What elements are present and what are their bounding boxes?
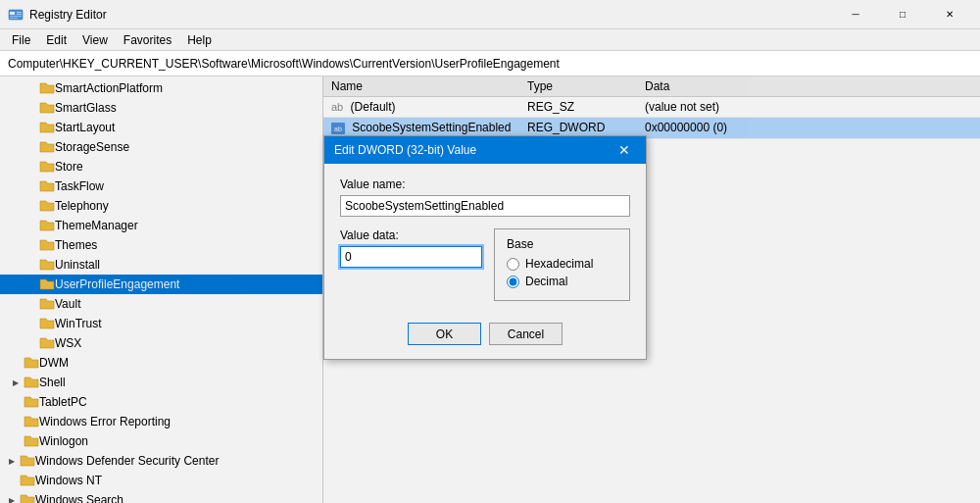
menu-bar: File Edit View Favorites Help bbox=[0, 29, 980, 51]
close-button[interactable]: ✕ bbox=[927, 0, 972, 29]
title-bar-controls: ─ □ ✕ bbox=[833, 0, 972, 29]
address-bar: Computer\HKEY_CURRENT_USER\Software\Micr… bbox=[0, 51, 980, 76]
menu-edit[interactable]: Edit bbox=[38, 29, 74, 50]
svg-rect-4 bbox=[10, 16, 22, 17]
dialog-row: Value data: Base Hexadecimal Decimal bbox=[340, 228, 630, 301]
value-name-input[interactable] bbox=[340, 195, 630, 217]
address-path: Computer\HKEY_CURRENT_USER\Software\Micr… bbox=[8, 57, 560, 71]
app-icon bbox=[8, 7, 24, 23]
menu-view[interactable]: View bbox=[74, 29, 116, 50]
minimize-button[interactable]: ─ bbox=[833, 0, 878, 29]
ok-button[interactable]: OK bbox=[408, 323, 481, 345]
title-bar: Registry Editor ─ □ ✕ bbox=[0, 0, 980, 29]
dialog-title-text: Edit DWORD (32-bit) Value bbox=[334, 143, 612, 157]
dialog-close-button[interactable]: ✕ bbox=[612, 138, 636, 162]
edit-dword-dialog: Edit DWORD (32-bit) Value ✕ Value name: … bbox=[323, 135, 647, 360]
svg-rect-3 bbox=[17, 14, 22, 15]
value-data-section: Value data: bbox=[340, 228, 482, 268]
menu-file[interactable]: File bbox=[4, 29, 38, 50]
value-data-input[interactable] bbox=[340, 246, 482, 268]
title-bar-text: Registry Editor bbox=[29, 8, 833, 22]
svg-rect-1 bbox=[10, 12, 15, 15]
value-data-label: Value data: bbox=[340, 228, 482, 242]
dialog-body: Value name: Value data: Base Hexadecimal… bbox=[324, 164, 646, 315]
value-name-label: Value name: bbox=[340, 177, 630, 191]
radio-dec-label: Decimal bbox=[525, 275, 567, 288]
maximize-button[interactable]: □ bbox=[880, 0, 925, 29]
radio-dec-input[interactable] bbox=[507, 276, 519, 288]
dialog-buttons: OK Cancel bbox=[324, 315, 646, 359]
radio-decimal[interactable]: Decimal bbox=[507, 275, 617, 288]
radio-hex-label: Hexadecimal bbox=[525, 257, 593, 271]
radio-hex-input[interactable] bbox=[507, 258, 519, 271]
svg-rect-2 bbox=[17, 12, 22, 13]
modal-overlay: Edit DWORD (32-bit) Value ✕ Value name: … bbox=[0, 76, 980, 503]
base-section: Base Hexadecimal Decimal bbox=[494, 228, 630, 301]
base-label: Base bbox=[507, 237, 617, 251]
menu-help[interactable]: Help bbox=[179, 29, 220, 50]
svg-rect-5 bbox=[10, 18, 18, 19]
cancel-button[interactable]: Cancel bbox=[489, 323, 563, 345]
dialog-title-bar: Edit DWORD (32-bit) Value ✕ bbox=[324, 136, 646, 164]
menu-favorites[interactable]: Favorites bbox=[116, 29, 179, 50]
radio-hexadecimal[interactable]: Hexadecimal bbox=[507, 257, 617, 271]
